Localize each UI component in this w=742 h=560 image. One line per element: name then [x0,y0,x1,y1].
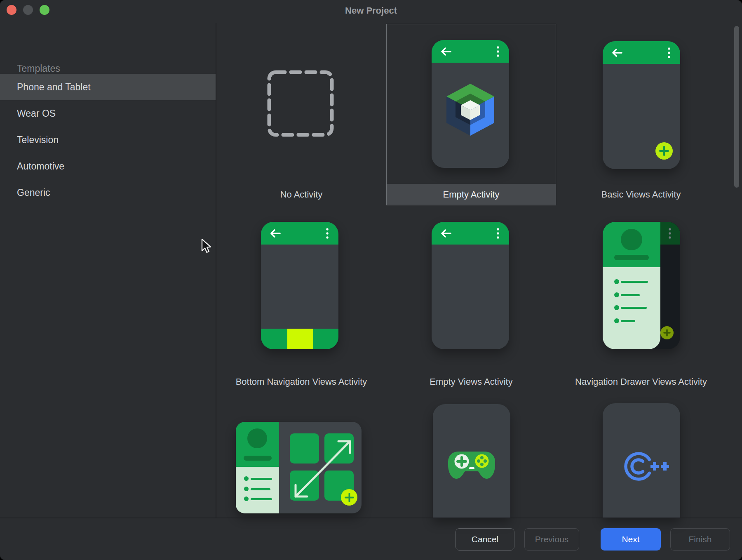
avatar [621,229,642,250]
drawer-menu-item [614,305,660,310]
bottom-nav-selected-segment [287,329,313,349]
scrollbar-thumb[interactable] [734,26,739,188]
drawer-header [603,222,660,267]
fab-add-icon [341,489,357,506]
sidebar-item-phone-and-tablet[interactable]: Phone and Tablet [0,74,216,100]
drawer-name-bar [614,255,649,260]
kebab-menu-icon [497,228,499,239]
template-label: Empty Activity [386,184,556,205]
kebab-menu-icon [497,46,499,57]
sidebar-item-wear-os[interactable]: Wear OS [0,100,216,127]
drawer-menu-item [244,487,277,492]
new-project-dialog: New Project Templates Phone and Tablet W… [0,0,742,560]
sidebar-item-television[interactable]: Television [0,127,216,153]
no-activity-dashed-frame-icon [266,69,335,138]
game-controller-icon [445,447,498,480]
phone-mockup [261,222,338,349]
mini-drawer-panel [236,422,279,513]
phone-mockup [603,41,680,169]
kebab-menu-icon [669,228,671,239]
avatar [247,428,267,448]
phone-mockup [433,404,510,518]
back-arrow-icon [440,47,452,56]
template-label: Basic Views Activity [556,184,726,205]
dimmed-fab-add-icon [660,326,674,339]
app-bar [432,222,509,245]
phone-mockup [432,40,509,168]
template-label: Navigation Drawer Views Activity [556,354,726,389]
drawer-name-bar [244,456,272,461]
back-arrow-icon [269,229,282,238]
kebab-menu-icon [326,228,329,239]
drawer-menu-item [244,476,277,481]
title-bar: New Project [0,0,742,21]
navigation-drawer [603,222,660,349]
dialog-title: New Project [0,0,742,21]
fab-add-icon [655,142,673,160]
app-bar [261,222,338,245]
footer-separator [0,518,742,518]
bottom-nav-bar [261,329,338,349]
finish-button: Finish [670,528,730,551]
drawer-menu-item [614,318,660,323]
phone-mockup [432,222,509,349]
jetpack-compose-logo-icon [446,84,495,136]
phone-mockup [603,403,680,518]
template-card-responsive-views[interactable] [236,422,362,513]
sidebar-divider [216,23,216,518]
template-label: No Activity [216,184,386,205]
drawer-menu [603,267,660,349]
template-label: Bottom Navigation Views Activity [216,354,386,389]
back-arrow-icon [611,48,623,57]
sidebar-item-generic[interactable]: Generic [0,179,216,206]
templates-sidebar: Templates Phone and Tablet Wear OS Telev… [0,21,216,518]
app-bar [432,40,509,63]
sidebar-item-automotive[interactable]: Automotive [0,153,216,179]
kebab-menu-icon [668,47,670,58]
next-button[interactable]: Next [601,528,661,551]
cpp-logo-icon [614,449,670,483]
previous-button: Previous [524,528,579,551]
drawer-menu-item [614,279,660,284]
drawer-menu-item [244,496,277,501]
drawer-menu-item [614,292,660,297]
phone-mockup [603,222,680,349]
cancel-button[interactable]: Cancel [456,528,514,551]
back-arrow-icon [440,229,452,238]
template-label: Empty Views Activity [386,354,556,389]
mouse-cursor [201,238,211,254]
app-bar [603,41,680,64]
